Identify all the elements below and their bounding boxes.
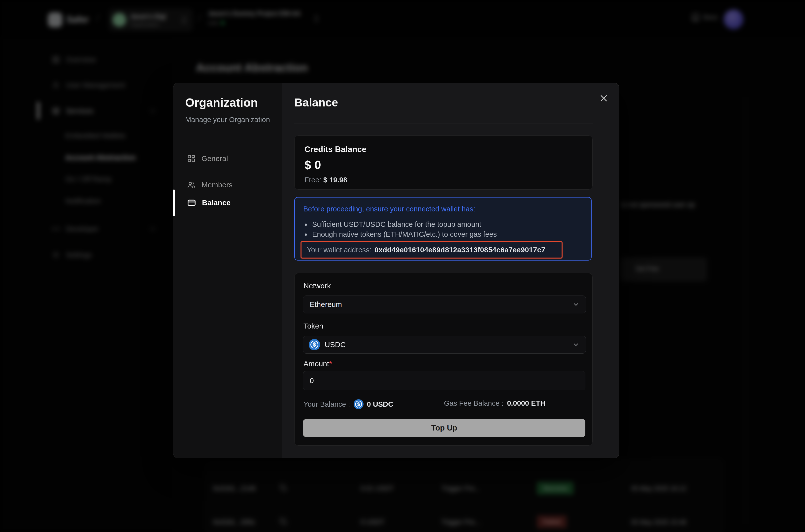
gas-fee-label: Gas Fee Balance : [444, 399, 503, 407]
notice-title: Before proceeding, ensure your connected… [303, 205, 475, 213]
modal-panel-title: Organization [185, 96, 258, 110]
amount-label: Amount* [304, 360, 332, 368]
modal-tab-general[interactable]: General [173, 150, 282, 167]
top-up-button[interactable]: Top Up [303, 419, 586, 437]
gas-fee-value: 0.0000 ETH [507, 399, 545, 407]
usdc-icon: $ [353, 399, 364, 409]
usdc-icon: $ [309, 339, 320, 350]
balance-row: Your Balance : $ 0 USDC Gas Fee Balance … [304, 399, 586, 411]
wallet-address-label: Your wallet address: [307, 246, 371, 254]
credits-balance-card: Credits Balance $ 0 Free: $ 19.98 [294, 135, 593, 190]
modal-side-panel: Organization Manage your Organization Ge… [173, 83, 282, 458]
modal-panel-subtitle: Manage your Organization [185, 116, 270, 124]
your-balance-value: 0 USDC [367, 400, 393, 408]
organization-settings-modal: Organization Manage your Organization Ge… [173, 83, 619, 458]
modal-tab-active-indicator [173, 190, 175, 216]
wallet-address-value: 0xdd49e016104e89d812a3313f0854c6a7ee9017… [375, 246, 545, 254]
close-icon[interactable] [597, 91, 611, 105]
chevron-down-icon [572, 301, 580, 308]
users-icon [187, 180, 195, 189]
screen: Safer / Jason's Digi Organization / Jaso… [0, 0, 805, 532]
required-asterisk: * [329, 360, 332, 368]
svg-text:$: $ [357, 401, 360, 407]
credits-heading: Credits Balance [305, 145, 366, 154]
modal-title: Balance [294, 96, 338, 109]
token-select[interactable]: $ USDC [303, 336, 586, 354]
modal-tab-balance[interactable]: Balance [173, 194, 282, 211]
modal-balance-panel: Balance Credits Balance $ 0 Free: $ 19.9… [282, 83, 619, 458]
credits-free: Free: $ 19.98 [305, 176, 347, 184]
amount-input[interactable] [303, 371, 586, 390]
title-divider [294, 124, 593, 124]
credits-amount: $ 0 [305, 158, 321, 172]
chevron-down-icon [572, 341, 580, 348]
wallet-address-highlight: Your wallet address: 0xdd49e016104e89d81… [301, 241, 562, 259]
network-label: Network [304, 282, 331, 290]
grid-icon [187, 154, 195, 163]
svg-text:$: $ [313, 341, 316, 348]
token-label: Token [304, 322, 323, 330]
wallet-notice-box: Before proceeding, ensure your connected… [294, 197, 592, 261]
credit-card-icon [187, 198, 196, 207]
modal-tab-members[interactable]: Members [173, 176, 282, 193]
network-select[interactable]: Ethereum [303, 296, 586, 314]
notice-bullet: Sufficient USDT/USDC balance for the top… [311, 220, 497, 229]
topup-form-card: Network Ethereum Token $ USDC Amount* [294, 273, 593, 445]
notice-bullet: Enough native tokens (ETH/MATIC/etc.) to… [311, 229, 497, 239]
your-balance-label: Your Balance : [304, 400, 350, 408]
